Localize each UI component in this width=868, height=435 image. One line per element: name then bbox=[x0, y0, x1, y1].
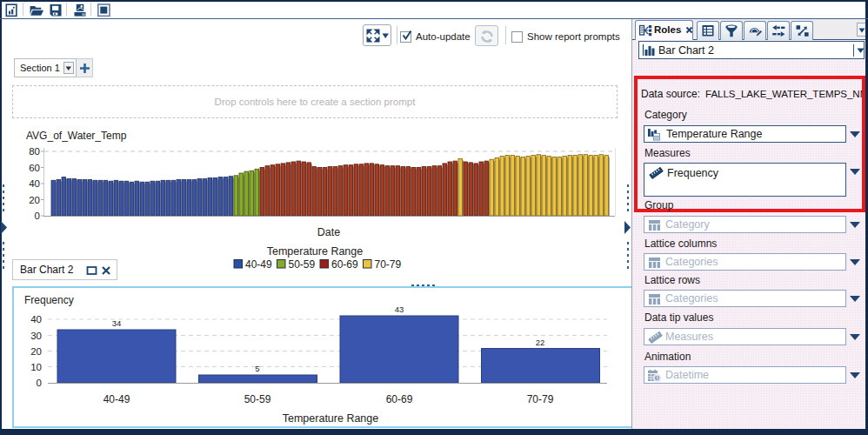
svg-text:0: 0 bbox=[37, 378, 42, 388]
svg-text:60: 60 bbox=[29, 163, 40, 173]
svg-text:40: 40 bbox=[29, 178, 40, 189]
svg-text:AVG_of_Water_Temp: AVG_of_Water_Temp bbox=[26, 130, 127, 142]
svg-text:20: 20 bbox=[29, 195, 40, 205]
svg-text:Temperature Range: Temperature Range bbox=[283, 412, 379, 425]
svg-text:70-79: 70-79 bbox=[375, 258, 402, 271]
svg-text:40-49: 40-49 bbox=[245, 258, 272, 271]
svg-text:30: 30 bbox=[30, 331, 42, 341]
svg-text:Frequency: Frequency bbox=[24, 294, 74, 306]
svg-text:Date: Date bbox=[317, 226, 340, 238]
svg-text:43: 43 bbox=[395, 304, 404, 314]
svg-text:22: 22 bbox=[536, 338, 545, 347]
svg-text:5: 5 bbox=[255, 364, 259, 373]
svg-text:10: 10 bbox=[30, 362, 42, 372]
svg-text:60-69: 60-69 bbox=[386, 393, 413, 405]
svg-text:50-59: 50-59 bbox=[244, 393, 271, 405]
svg-text:40-49: 40-49 bbox=[103, 393, 130, 405]
svg-text:Temperature Range: Temperature Range bbox=[267, 245, 364, 258]
svg-text:34: 34 bbox=[112, 318, 122, 328]
svg-text:20: 20 bbox=[30, 346, 42, 357]
svg-text:50-59: 50-59 bbox=[289, 258, 316, 271]
svg-text:80: 80 bbox=[29, 146, 40, 157]
svg-text:70-79: 70-79 bbox=[527, 393, 554, 405]
svg-text:60-69: 60-69 bbox=[331, 258, 358, 271]
svg-text:40: 40 bbox=[30, 314, 42, 325]
svg-text:0: 0 bbox=[35, 211, 40, 221]
